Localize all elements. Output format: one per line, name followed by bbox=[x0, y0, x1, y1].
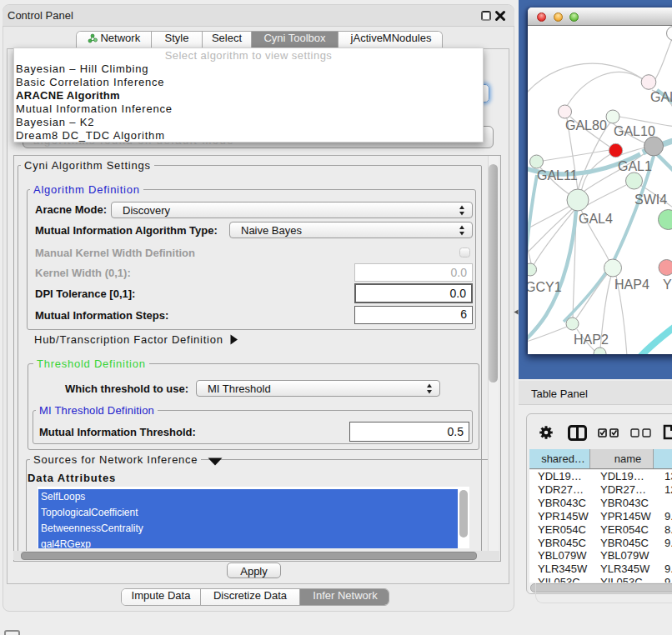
svg-text:GCY1: GCY1 bbox=[528, 280, 562, 294]
svg-text:GAL10: GAL10 bbox=[614, 124, 655, 138]
svg-text:GAL2: GAL2 bbox=[650, 90, 672, 104]
svg-text:GAL80: GAL80 bbox=[565, 118, 607, 132]
svg-text:HAP4: HAP4 bbox=[614, 278, 649, 292]
svg-text:GAL4: GAL4 bbox=[579, 212, 613, 226]
svg-text:GAL11: GAL11 bbox=[537, 168, 578, 182]
svg-text:SWI4: SWI4 bbox=[634, 192, 667, 207]
svg-text:Y: Y bbox=[663, 278, 672, 292]
svg-text:HAP2: HAP2 bbox=[574, 332, 609, 347]
svg-text:GAL1: GAL1 bbox=[618, 159, 652, 173]
